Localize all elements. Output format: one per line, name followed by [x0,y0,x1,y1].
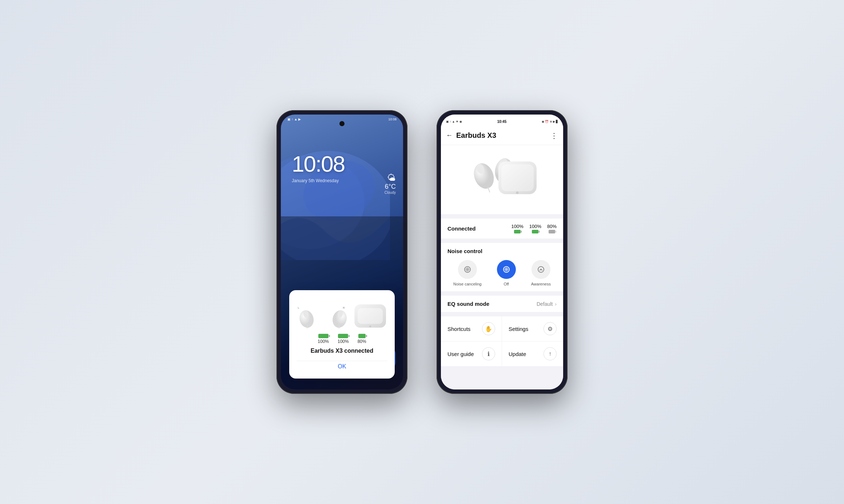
clock-display: 10:08 [292,151,345,177]
right-earbud-svg: R [325,303,350,332]
update-button[interactable]: Update ↑ [502,341,563,366]
phone-left: ▣ ↑ ▲ ▶ 10:08 10:08 January 5th Wednesda… [276,110,407,394]
awareness-icon [537,265,545,273]
settings-button[interactable]: Settings ⚙ [502,316,563,341]
weather-widget: 🌤 6°C Cloudy [385,173,396,195]
eq-value: Default [537,301,553,307]
battery-bar-right [338,334,348,338]
page-title: Earbuds X3 [456,131,550,140]
battery-indicators: 100% 100% 80% [511,224,557,233]
clock-widget: 10:08 January 5th Wednesday [292,151,345,183]
svg-text:R: R [343,306,345,309]
battery-bar-left [318,334,329,338]
left-status-time: 10:08 [388,117,397,121]
dialog-battery-row: 100% 100% 80% [296,334,387,344]
earbuds-hero-section [441,145,563,214]
batt-pct-right: 100% [529,224,541,229]
user-guide-label: User guide [447,351,482,357]
battery-pct-left: 100% [318,339,329,344]
noise-off-label: Off [503,282,509,286]
back-button[interactable]: ← [446,132,453,139]
batt-right: 100% [529,224,541,233]
earbuds-hero-svg [462,151,542,209]
svg-rect-20 [501,164,534,191]
noise-canceling-label: Noise canceling [453,282,482,286]
battery-bar-case [358,334,366,338]
action-grid: Shortcuts ✋ Settings ⚙ User guide ℹ Up [441,316,563,366]
noise-off-icon [502,265,510,273]
noise-canceling-button[interactable]: Noise canceling [453,260,482,286]
eq-section[interactable]: EQ sound mode Default › [441,296,563,312]
eq-chevron-icon: › [555,301,557,307]
eq-label: EQ sound mode [447,301,537,307]
left-status-icons: ▣ ↑ ▲ ▶ [287,117,301,121]
batt-pct-case: 80% [547,224,557,229]
phone-right: ▣ ↑ ▲ ▼ ◉ 10:45 ◉ ⏰ ⊗ ▶ ▊ ← Earbuds X3 ⋮ [437,110,568,394]
connected-section: Connected 100% 100% 80% [441,219,563,239]
connection-dialog: L [289,290,395,379]
batt-pct-left: 100% [511,224,523,229]
svg-rect-12 [358,308,383,324]
phones-wrapper: ▣ ↑ ▲ ▶ 10:08 10:08 January 5th Wednesda… [276,110,568,394]
noise-control-section: Noise control Noise c [441,243,563,291]
weather-temp: 6°C [385,183,396,191]
noise-awareness-button[interactable]: Awareness [531,260,551,286]
more-options-button[interactable]: ⋮ [550,131,558,140]
noise-cancel-icon [463,265,471,273]
weather-icon: 🌤 [385,173,396,183]
settings-icon: ⚙ [544,322,557,335]
right-status-time: 10:45 [497,120,507,124]
update-label: Update [509,351,544,357]
shortcuts-label: Shortcuts [447,326,482,332]
app-container: ▣ ↑ ▲ ▶ 10:08 10:08 January 5th Wednesda… [276,110,568,394]
left-status-bar: ▣ ↑ ▲ ▶ 10:08 [281,117,403,121]
clock-date: January 5th Wednesday [292,178,345,183]
right-status-bar: ▣ ↑ ▲ ▼ ◉ 10:45 ◉ ⏰ ⊗ ▶ ▊ [441,115,563,126]
right-scroll-content[interactable]: Connected 100% 100% 80% [441,145,563,389]
connected-label: Connected [447,225,511,232]
phone-right-screen: ▣ ↑ ▲ ▼ ◉ 10:45 ◉ ⏰ ⊗ ▶ ▊ ← Earbuds X3 ⋮ [441,115,563,389]
battery-pct-right: 100% [338,339,349,344]
settings-label: Settings [509,326,544,332]
svg-point-29 [540,269,542,270]
right-app-header: ← Earbuds X3 ⋮ [441,126,563,145]
dialog-overlay: L [281,216,403,389]
svg-point-21 [516,192,519,194]
noise-off-button[interactable]: Off [497,260,516,286]
shortcuts-button[interactable]: Shortcuts ✋ [441,316,502,341]
right-status-icons-left: ▣ ↑ ▲ ▼ ◉ [446,120,462,123]
noise-awareness-icon-circle [532,260,550,279]
noise-buttons-row: Noise canceling Off [447,260,557,286]
camera-notch-left [339,121,345,126]
dialog-earbuds-image: L [296,299,387,332]
batt-left: 100% [511,224,523,233]
svg-point-14 [470,160,497,191]
case-svg [353,300,387,332]
noise-canceling-icon-circle [458,260,477,279]
noise-off-icon-circle [497,260,516,279]
update-icon: ↑ [544,347,557,360]
dialog-title: Earbuds X3 connected [296,348,387,354]
batt-icon-right [532,230,538,233]
svg-point-13 [369,325,371,327]
user-guide-button[interactable]: User guide ℹ [441,341,502,366]
left-earbud-svg: L [296,303,322,332]
noise-control-label: Noise control [447,248,557,254]
battery-pct-case: 80% [358,339,366,344]
svg-point-27 [506,269,507,270]
earbuds-hero-visual [462,151,542,209]
battery-left: 100% [318,334,329,344]
batt-icon-left [514,230,521,233]
noise-awareness-label: Awareness [531,282,551,286]
weather-desc: Cloudy [385,191,396,195]
battery-right: 100% [338,334,349,344]
shortcuts-icon: ✋ [482,322,495,335]
battery-case: 80% [358,334,366,344]
svg-text:L: L [298,306,299,309]
batt-icon-case [549,230,555,233]
batt-case: 80% [547,224,557,233]
right-status-icons-right: ◉ ⏰ ⊗ ▶ ▊ [542,120,558,123]
svg-point-24 [467,269,468,270]
phone-left-screen: ▣ ↑ ▲ ▶ 10:08 10:08 January 5th Wednesda… [281,115,403,389]
dialog-ok-button[interactable]: OK [296,361,387,372]
